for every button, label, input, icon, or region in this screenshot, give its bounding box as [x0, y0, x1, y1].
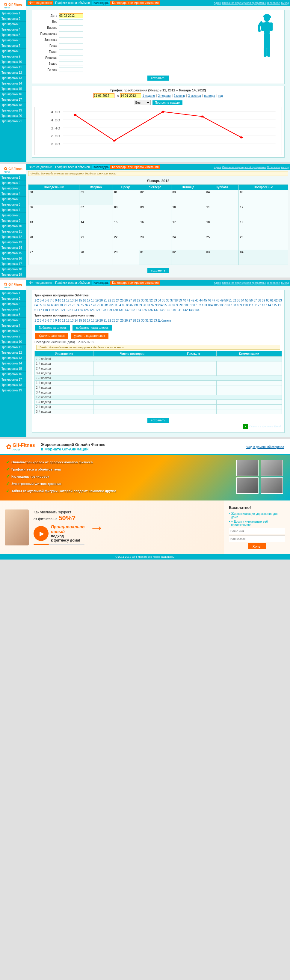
calendar-save-btn[interactable]: сохранить: [147, 268, 169, 273]
sidebar-item[interactable]: Тренировка 17: [0, 377, 26, 382]
nav2-fitness-diary[interactable]: Фитнес дневник: [28, 165, 53, 169]
nav-admin-1[interactable]: адмін: [214, 2, 221, 5]
sidebar-item[interactable]: Тренировка 19: [0, 108, 26, 113]
reps-2-3[interactable]: [93, 390, 171, 395]
sidebar-item[interactable]: Тренировка 17: [0, 97, 26, 102]
exercise-1-2[interactable]: 2-й подход: [35, 366, 93, 371]
reps-1-3[interactable]: [93, 371, 171, 376]
diary-field-input[interactable]: [59, 43, 83, 48]
sidebar-item[interactable]: Тренировка 1: [0, 175, 26, 180]
calendar-day-cell[interactable]: 11: [205, 205, 238, 220]
sidebar-item[interactable]: Тренировка 10: [0, 59, 26, 65]
chart-period-halfyear[interactable]: полгода: [204, 94, 215, 97]
sidebar-item[interactable]: Тренировка 16: [0, 372, 26, 377]
diary-field-input[interactable]: [59, 37, 83, 42]
sidebar-item[interactable]: Тренировка 3: [0, 301, 26, 307]
nav-training-calendar[interactable]: Календарь тренировок и питания: [110, 1, 160, 5]
comment-1-3[interactable]: [217, 371, 282, 376]
weight-2-1[interactable]: [171, 380, 217, 385]
sidebar-item[interactable]: Тренировка 12: [0, 234, 26, 240]
nav-logout-1[interactable]: выход: [281, 2, 289, 5]
sidebar-item[interactable]: Тренировка 6: [0, 202, 26, 207]
nav3-training-calendar[interactable]: Календарь тренировок и питания: [110, 280, 160, 285]
calendar-day-cell[interactable]: 03: [205, 250, 238, 265]
nav3-calendar[interactable]: Календарь: [92, 280, 110, 285]
calendar-day-cell[interactable]: 23: [139, 235, 171, 250]
nav2-calendar[interactable]: Календарь: [92, 165, 110, 169]
exercise-3-1[interactable]: 1-й подход: [35, 400, 93, 404]
exercise-2-3[interactable]: 3-й подход: [35, 390, 93, 395]
calendar-day-cell[interactable]: 19: [239, 220, 288, 235]
sidebar-item[interactable]: Тренировка 10: [0, 224, 26, 229]
sidebar-item[interactable]: Тренировка 8: [0, 328, 26, 334]
calendar-day-cell[interactable]: 29: [113, 250, 139, 265]
calendar-day-cell[interactable]: 04: [239, 250, 288, 265]
exercise-1-3[interactable]: 3-й подход: [35, 371, 93, 376]
sidebar-item[interactable]: Тренировка 12: [0, 70, 26, 76]
sidebar-item[interactable]: Тренировка 21: [0, 119, 26, 124]
sidebar-item[interactable]: Тренировка 3: [0, 186, 26, 191]
sidebar-item[interactable]: Тренировка 11: [0, 65, 26, 70]
calendar-day-cell[interactable]: 31: [79, 190, 113, 205]
weight-3-2[interactable]: [171, 404, 217, 409]
chart-date-from[interactable]: [93, 93, 114, 98]
nav3-about[interactable]: О сервисе: [267, 282, 280, 285]
sidebar-item[interactable]: Тренировка 10: [0, 339, 26, 345]
sidebar-item[interactable]: Тренировка 13: [0, 240, 26, 245]
chart-period-2weeks[interactable]: 2 недели: [158, 94, 171, 97]
calendar-day-cell[interactable]: 05: [239, 190, 288, 205]
chart-period-year[interactable]: год: [219, 94, 223, 97]
sidebar-item[interactable]: Тренировка 15: [0, 366, 26, 372]
sidebar-item[interactable]: Тренировка 7: [0, 323, 26, 328]
sidebar-item[interactable]: Тренировка 5: [0, 197, 26, 202]
nav2-training-calendar[interactable]: Календарь тренировок и питания: [110, 165, 160, 169]
sidebar-item[interactable]: Тренировка 8: [0, 213, 26, 218]
comment-2-2[interactable]: [217, 385, 282, 390]
weight-1-1[interactable]: [171, 361, 217, 366]
calendar-day-cell[interactable]: 30: [29, 190, 79, 205]
comment-2-1[interactable]: [217, 380, 282, 385]
sidebar-item[interactable]: Тренировка 3: [0, 22, 26, 27]
calendar-day-cell[interactable]: 01: [113, 190, 139, 205]
calendar-day-cell[interactable]: 07: [79, 205, 113, 220]
sidebar-item[interactable]: Тренировка 2: [0, 180, 26, 186]
landing-login-link[interactable]: Вход в Домашний спортзал: [246, 445, 284, 449]
sidebar-item[interactable]: Тренировка 13: [0, 76, 26, 81]
training-save-btn[interactable]: сохранить: [147, 418, 169, 423]
sidebar-item[interactable]: Тренировка 2: [0, 16, 26, 22]
sidebar-item[interactable]: Тренировка 6: [0, 318, 26, 323]
name-input[interactable]: [229, 528, 285, 535]
sidebar-item[interactable]: Тренировка 7: [0, 43, 26, 49]
sidebar-item[interactable]: Тренировка 15: [0, 251, 26, 256]
nav-partner-1[interactable]: Описание партнерской программы: [222, 2, 266, 5]
sidebar-item[interactable]: Тренировка 4: [0, 307, 26, 312]
diary-field-input[interactable]: [59, 61, 83, 66]
sidebar-item[interactable]: Тренировка 16: [0, 256, 26, 261]
excel-download-btn[interactable]: Скачать в формате Excel: [249, 425, 281, 428]
delete-sub-btn[interactable]: удалить подзаголовок: [71, 333, 108, 339]
sidebar-item[interactable]: Тренировка 9: [0, 334, 26, 339]
calendar-day-cell[interactable]: 13: [29, 220, 79, 235]
calendar-day-cell[interactable]: 10: [171, 205, 205, 220]
diary-field-input[interactable]: [59, 67, 83, 72]
calendar-day-cell[interactable]: 18: [205, 220, 238, 235]
weight-3-1[interactable]: [171, 400, 217, 404]
weight-1-3[interactable]: [171, 371, 217, 376]
chart-date-to[interactable]: [120, 93, 141, 98]
sidebar-item[interactable]: Тренировка 7: [0, 207, 26, 213]
sidebar-item[interactable]: Тренировка 18: [0, 267, 26, 272]
sidebar-item[interactable]: Тренировка 13: [0, 355, 26, 361]
sidebar-item[interactable]: Тренировка 14: [0, 245, 26, 251]
reps-3-2[interactable]: [93, 404, 171, 409]
reps-2-1[interactable]: [93, 380, 171, 385]
nav3-partner[interactable]: Описание партнерской программы: [222, 282, 266, 285]
sidebar-item[interactable]: Тренировка 20: [0, 113, 26, 119]
sidebar-item[interactable]: Тренировка 15: [0, 86, 26, 92]
nav-calendar[interactable]: Календарь: [92, 1, 110, 5]
comment-2-3[interactable]: [217, 390, 282, 395]
chart-period-1month[interactable]: 1 месяц: [174, 94, 185, 97]
sidebar-item[interactable]: Тренировка 1: [0, 291, 26, 296]
nav2-logout[interactable]: выход: [281, 166, 289, 169]
weight-1-2[interactable]: [171, 366, 217, 371]
email-input[interactable]: [229, 536, 285, 542]
